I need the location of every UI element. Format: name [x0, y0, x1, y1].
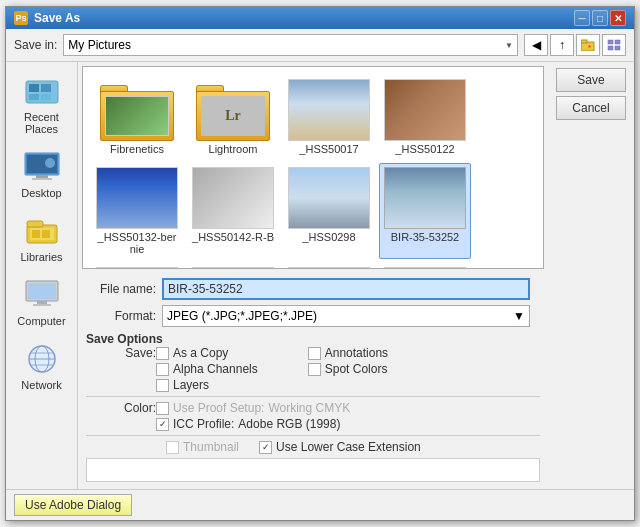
layers-checkbox[interactable]: [156, 379, 169, 392]
spot-colors-label: Spot Colors: [325, 362, 388, 376]
svg-rect-24: [28, 283, 56, 299]
photo-thumbnail: [384, 79, 466, 141]
sidebar-item-network[interactable]: Network: [10, 338, 73, 394]
cancel-button[interactable]: Cancel: [556, 96, 626, 120]
list-item[interactable]: _HSS50017: [283, 75, 375, 159]
format-combo-arrow: ▼: [513, 309, 525, 323]
annotations-checkbox[interactable]: [308, 347, 321, 360]
computer-icon: [24, 277, 60, 313]
color-options: Use Proof Setup: Working CMYK ICC Profil…: [156, 401, 350, 431]
photo-thumbnail: [96, 267, 178, 269]
filename-row: File name:: [86, 278, 540, 300]
save-options-body: As a Copy Alpha Channels Layers: [156, 346, 388, 392]
bottom-form: File name: Format: JPEG (*.JPG;*.JPEG;*.…: [78, 273, 548, 489]
save-col-right: Annotations Spot Colors: [308, 346, 388, 392]
new-folder-button[interactable]: *: [576, 34, 600, 56]
color-section: Color: Use Proof Setup: Working CMYK ICC…: [86, 401, 540, 431]
spot-colors-checkbox[interactable]: [308, 363, 321, 376]
list-item[interactable]: Diagonal Sand: [283, 263, 375, 269]
list-item[interactable]: _HSS50142-R-B: [187, 163, 279, 259]
photo-thumbnail: [384, 167, 466, 229]
svg-rect-1: [581, 40, 587, 43]
sidebar-item-libraries[interactable]: Libraries: [10, 210, 73, 266]
dialog-title: Save As: [34, 11, 80, 25]
list-item[interactable]: DSC_0196: [379, 263, 471, 269]
photo-thumbnail: [288, 267, 370, 269]
photo-thumbnail: [288, 79, 370, 141]
close-button[interactable]: ✕: [610, 10, 626, 26]
alpha-channels-label: Alpha Channels: [173, 362, 258, 376]
proof-setup-row: Use Proof Setup: Working CMYK: [156, 401, 350, 415]
lowercase-option: Use Lower Case Extension: [259, 440, 421, 454]
sidebar-recent-label: Recent Places: [13, 111, 70, 135]
list-item[interactable]: BIR-35-53261: [91, 263, 183, 269]
lowercase-checkbox[interactable]: [259, 441, 272, 454]
save-options-title: Save Options: [86, 332, 163, 346]
list-item[interactable]: _HSS50122: [379, 75, 471, 159]
file-name: _HSS50122: [395, 143, 454, 155]
file-grid[interactable]: Fibrenetics Lr Lightroom: [82, 66, 544, 269]
sidebar: Recent Places Desktop: [6, 62, 78, 489]
list-item[interactable]: Fibrenetics: [91, 75, 183, 159]
file-name: Fibrenetics: [110, 143, 164, 155]
svg-rect-26: [33, 304, 51, 306]
up-folder-button[interactable]: ↑: [550, 34, 574, 56]
proof-setup-label: Use Proof Setup:: [173, 401, 264, 415]
save-col-left: As a Copy Alpha Channels Layers: [156, 346, 258, 392]
folder-thumbnail: [96, 79, 178, 141]
action-buttons-panel: Save Cancel: [548, 62, 634, 489]
annotations-label: Annotations: [325, 346, 388, 360]
list-item[interactable]: _HSS50132-bernie: [91, 163, 183, 259]
window-controls: ─ □ ✕: [574, 10, 626, 26]
svg-rect-21: [32, 230, 40, 238]
back-button[interactable]: ◀: [524, 34, 548, 56]
list-item[interactable]: Cliff in Clouds: [187, 263, 279, 269]
format-combo[interactable]: JPEG (*.JPG;*.JPEG;*.JPE) ▼: [162, 305, 530, 327]
layers-row: Layers: [156, 378, 258, 392]
save-in-combo[interactable]: My Pictures ▼: [63, 34, 518, 56]
minimize-button[interactable]: ─: [574, 10, 590, 26]
save-label: Save:: [86, 346, 156, 360]
svg-point-17: [45, 158, 55, 168]
thumbnail-checkbox[interactable]: [166, 441, 179, 454]
sidebar-item-desktop[interactable]: Desktop: [10, 146, 73, 202]
file-name: _HSS50142-R-B: [192, 231, 274, 243]
svg-rect-22: [42, 230, 50, 238]
photo-thumbnail: [192, 267, 274, 269]
list-item[interactable]: Lr Lightroom: [187, 75, 279, 159]
save-button[interactable]: Save: [556, 68, 626, 92]
list-item[interactable]: _HSS0298: [283, 163, 375, 259]
svg-rect-5: [608, 46, 613, 50]
list-item[interactable]: BIR-35-53252: [379, 163, 471, 259]
photo-thumbnail: [384, 267, 466, 269]
maximize-button[interactable]: □: [592, 10, 608, 26]
icc-profile-checkbox[interactable]: [156, 418, 169, 431]
photo-thumbnail: [192, 167, 274, 229]
save-options: Save Options Save: As a Copy: [86, 332, 540, 392]
as-copy-checkbox[interactable]: [156, 347, 169, 360]
libraries-icon: [24, 213, 60, 249]
file-name: _HSS50132-bernie: [95, 231, 179, 255]
sidebar-item-recent[interactable]: Recent Places: [10, 70, 73, 138]
ps-icon: Ps: [14, 11, 28, 25]
color-label: Color:: [86, 401, 156, 415]
dialog-footer: Use Adobe Dialog: [6, 489, 634, 520]
save-as-dialog: Ps Save As ─ □ ✕ Save in: My Pictures ▼ …: [5, 6, 635, 521]
save-in-label: Save in:: [14, 38, 57, 52]
title-bar: Ps Save As ─ □ ✕: [6, 7, 634, 29]
filename-input[interactable]: [162, 278, 530, 300]
save-in-value: My Pictures: [68, 38, 131, 52]
icc-profile-label: ICC Profile:: [173, 417, 234, 431]
recent-places-icon: [24, 73, 60, 109]
svg-rect-10: [29, 94, 39, 100]
use-adobe-dialog-button[interactable]: Use Adobe Dialog: [14, 494, 132, 516]
format-label: Format:: [86, 309, 156, 323]
views-button[interactable]: [602, 34, 626, 56]
svg-rect-19: [27, 221, 43, 227]
sidebar-item-computer[interactable]: Computer: [10, 274, 73, 330]
proof-setup-checkbox[interactable]: [156, 402, 169, 415]
alpha-channels-checkbox[interactable]: [156, 363, 169, 376]
sidebar-network-label: Network: [21, 379, 61, 391]
as-copy-row: As a Copy: [156, 346, 258, 360]
sidebar-libraries-label: Libraries: [20, 251, 62, 263]
